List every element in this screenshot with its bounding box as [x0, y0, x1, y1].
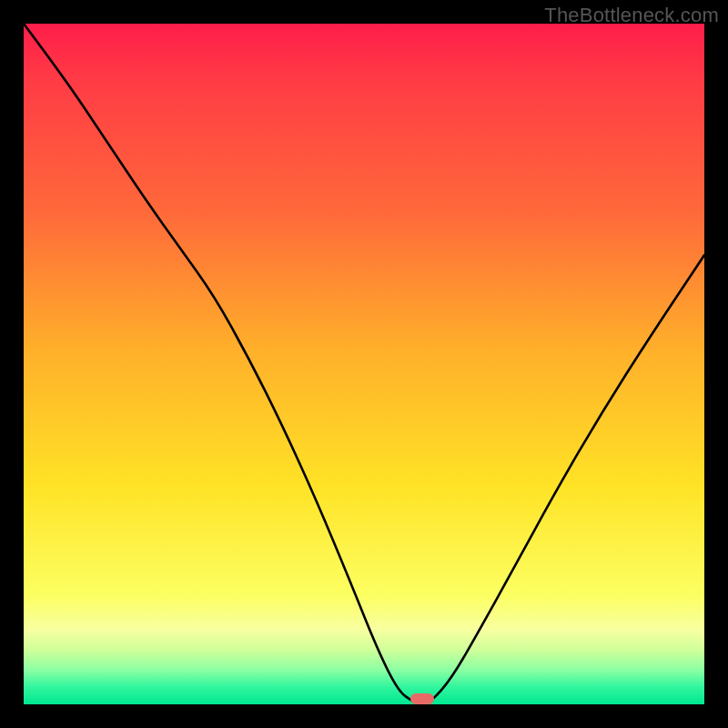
plot-area [24, 24, 704, 704]
chart-frame: TheBottleneck.com [0, 0, 728, 728]
watermark-text: TheBottleneck.com [544, 4, 719, 27]
bottleneck-curve [24, 24, 704, 704]
optimum-marker [410, 693, 434, 704]
